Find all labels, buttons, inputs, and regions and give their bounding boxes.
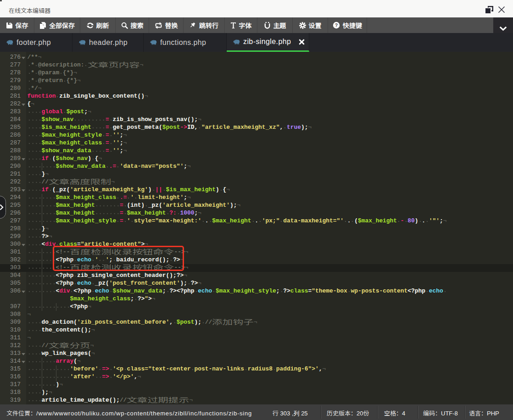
svg-text:?: ?	[335, 22, 338, 28]
